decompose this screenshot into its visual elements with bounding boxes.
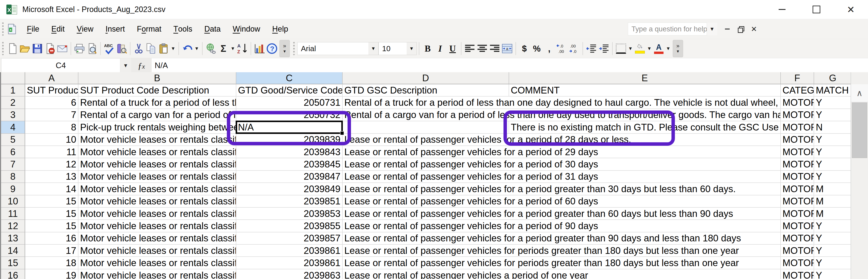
cell-A10[interactable]: 15 (25, 195, 79, 207)
row-header-13[interactable]: 13 (1, 232, 25, 245)
cell-C3[interactable]: 2050732 (236, 109, 343, 121)
save-icon[interactable] (31, 42, 43, 55)
cell-A3[interactable]: 7 (25, 109, 79, 121)
cell-G8[interactable]: Y (814, 171, 852, 183)
row-header-8[interactable]: 8 (1, 171, 25, 183)
cell-C1[interactable]: GTD Good/Service Code (236, 84, 343, 96)
menu-window[interactable]: Window (227, 19, 266, 39)
cell-G5[interactable]: Y (814, 134, 852, 146)
cell-G1[interactable]: MATCH (814, 84, 852, 96)
cell-F10[interactable]: MOTORVEHICLE (781, 195, 814, 207)
cell-C14[interactable]: 2039861 (236, 245, 343, 257)
font-color-dropdown[interactable]: ▼ (665, 46, 672, 51)
bold-icon[interactable]: B (422, 42, 434, 55)
undo-dropdown[interactable]: ▼ (193, 46, 200, 51)
cell-F4[interactable]: MOTORVEHICLE (781, 121, 814, 134)
align-center-icon[interactable] (476, 42, 489, 55)
cell-A2[interactable]: 6 (25, 96, 79, 109)
column-header-A[interactable]: A (25, 72, 79, 84)
cell-D1[interactable]: GTD GSC Description (343, 84, 509, 96)
copy-icon[interactable] (145, 42, 157, 55)
menu-help[interactable]: Help (266, 19, 294, 39)
insert-function-button[interactable]: ƒx (131, 58, 152, 73)
menu-format[interactable]: Format (131, 19, 167, 39)
cell-G10[interactable]: M (814, 195, 852, 207)
formula-input[interactable]: N/A (152, 58, 868, 73)
cell-B1[interactable]: SUT Product Code Description (79, 84, 236, 96)
cell-B5[interactable]: Motor vehicle leases or rentals classifi… (79, 134, 236, 146)
cell-F6[interactable]: MOTORVEHICLE (781, 146, 814, 158)
row-header-3[interactable]: 3 (1, 109, 25, 121)
row-header-7[interactable]: 7 (1, 158, 25, 170)
cell-F13[interactable]: MOTORVEHICLE (781, 232, 814, 245)
column-header-G[interactable]: G (814, 72, 852, 84)
cell-A8[interactable]: 13 (25, 171, 79, 183)
cell-A13[interactable]: 16 (25, 232, 79, 245)
cell-D3[interactable]: Rental of a cargo van for a period of le… (343, 109, 781, 121)
cell-D11[interactable]: Lease or rental of passenger vehicles fo… (343, 207, 781, 220)
cell-B3[interactable]: Rental of a cargo van for a period of le… (79, 109, 236, 121)
workbook-restore-button[interactable] (734, 22, 747, 36)
cell-G3[interactable]: Y (814, 109, 852, 121)
cell-F1[interactable]: CATEGORY (781, 84, 814, 96)
help-icon[interactable]: ? (266, 42, 278, 55)
cell-B9[interactable]: Motor vehicle leases or rentals classifi… (79, 183, 236, 195)
row-header-16[interactable]: 16 (1, 269, 25, 279)
open-folder-icon[interactable] (19, 42, 31, 55)
vertical-scrollbar[interactable]: ∧ (850, 72, 868, 279)
sort-ascending-icon[interactable]: AZ (236, 42, 249, 55)
underline-icon[interactable]: U (446, 42, 459, 55)
cell-F9[interactable]: MOTORVEHICLE (781, 183, 814, 195)
standard-toolbar-options-button[interactable]: »▼ (279, 40, 290, 57)
cell-A7[interactable]: 12 (25, 158, 79, 170)
cell-B16[interactable]: Motor vehicle leases or rentals classifi… (79, 269, 236, 279)
row-header-14[interactable]: 14 (1, 245, 25, 257)
row-header-9[interactable]: 9 (1, 183, 25, 195)
paste-icon[interactable] (157, 42, 170, 55)
column-header-C[interactable]: C (236, 72, 343, 84)
cell-B14[interactable]: Motor vehicle leases or rentals classifi… (79, 245, 236, 257)
cell-C2[interactable]: 2050731 (236, 96, 343, 109)
cell-G14[interactable]: Y (814, 245, 852, 257)
cell-D6[interactable]: Lease or rental of passenger vehicles fo… (343, 146, 781, 158)
cell-E1[interactable]: COMMENT (509, 84, 781, 96)
cell-A16[interactable]: 19 (25, 269, 79, 279)
cell-C7[interactable]: 2039845 (236, 158, 343, 170)
minimize-button[interactable] (765, 0, 799, 19)
cell-A5[interactable]: 10 (25, 134, 79, 146)
align-left-icon[interactable] (464, 42, 476, 55)
close-button[interactable]: ✕ (834, 0, 868, 19)
maximize-button[interactable] (799, 0, 834, 19)
cell-C4[interactable]: N/A (236, 121, 343, 134)
print-preview-icon[interactable] (86, 42, 98, 55)
font-color-icon[interactable]: A (653, 42, 665, 55)
menu-insert[interactable]: Insert (99, 19, 131, 39)
cell-G11[interactable]: M (814, 207, 852, 220)
formatting-toolbar-options-button[interactable]: »▼ (673, 40, 683, 57)
permission-icon[interactable] (43, 42, 56, 55)
cell-A4[interactable]: 8 (25, 121, 79, 134)
cell-B11[interactable]: Motor vehicle leases or rentals classifi… (79, 207, 236, 220)
chart-wizard-icon[interactable] (253, 42, 266, 55)
cell-G13[interactable]: Y (814, 232, 852, 245)
cell-B6[interactable]: Motor vehicle leases or rentals classifi… (79, 146, 236, 158)
cell-D5[interactable]: Lease or rental of passenger vehicles fo… (343, 134, 781, 146)
cell-D9[interactable]: Lease or rental of passenger vehicles fo… (343, 183, 781, 195)
row-header-2[interactable]: 2 (1, 96, 25, 109)
cell-C5[interactable]: 2039839 (236, 134, 343, 146)
scrollbar-thumb[interactable] (852, 103, 867, 158)
cell-D12[interactable]: Lease or rental of passenger vehicles fo… (343, 220, 781, 232)
cell-B12[interactable]: Motor vehicle leases or rentals classifi… (79, 220, 236, 232)
cell-G15[interactable]: Y (814, 257, 852, 269)
cell-A6[interactable]: 11 (25, 146, 79, 158)
decrease-decimal-icon[interactable]: .00.0 (568, 42, 580, 55)
cell-C6[interactable]: 2039843 (236, 146, 343, 158)
cell-C8[interactable]: 2039847 (236, 171, 343, 183)
workbook-minimize-button[interactable] (721, 22, 734, 36)
cell-B13[interactable]: Motor vehicle leases or rentals classifi… (79, 232, 236, 245)
cell-F7[interactable]: MOTORVEHICLE (781, 158, 814, 170)
menu-view[interactable]: View (71, 19, 99, 39)
menu-data[interactable]: Data (198, 19, 227, 39)
cell-D2[interactable]: Rental of a truck for a period of less t… (343, 96, 781, 109)
cell-F5[interactable]: MOTORVEHICLE (781, 134, 814, 146)
